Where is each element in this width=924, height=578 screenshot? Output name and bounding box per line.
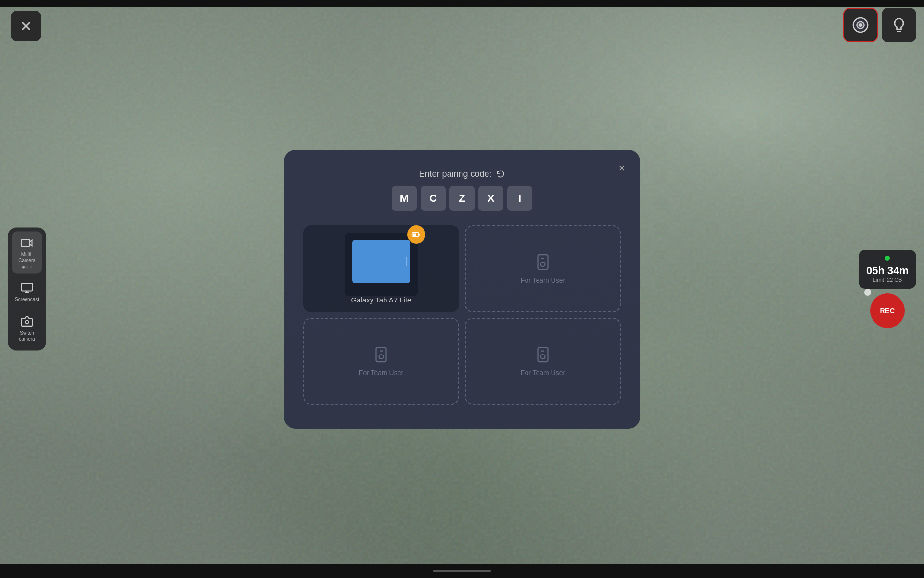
code-letter-4: X	[478, 186, 503, 211]
add-device-icon-1	[534, 253, 552, 271]
empty-slot-1[interactable]: For Team User	[465, 225, 621, 312]
modal-overlay: × Enter pairing code: M C Z X I	[0, 0, 924, 578]
svg-rect-10	[413, 234, 416, 236]
slot-label-3: For Team User	[521, 369, 565, 377]
svg-point-12	[541, 262, 545, 266]
slot-icon-2	[372, 346, 390, 365]
battery-badge	[407, 225, 425, 244]
pairing-section: Enter pairing code: M C Z X I	[303, 169, 621, 211]
pairing-label: Enter pairing code:	[303, 169, 621, 179]
modal-close-button[interactable]: ×	[613, 159, 630, 177]
device-frame	[345, 233, 418, 296]
device-grid: Galaxy Tab A7 Lite For Team User	[303, 225, 621, 405]
pairing-code: M C Z X I	[303, 186, 621, 211]
add-device-icon-3	[534, 346, 552, 363]
add-device-icon-2	[372, 346, 390, 363]
device-name-label: Galaxy Tab A7 Lite	[351, 296, 411, 304]
device-screen	[352, 240, 410, 283]
svg-point-16	[541, 355, 545, 359]
code-letter-2: C	[421, 186, 446, 211]
slot-icon-3	[534, 346, 552, 365]
pairing-modal: × Enter pairing code: M C Z X I	[284, 150, 640, 429]
slot-label-1: For Team User	[521, 276, 565, 284]
code-letter-3: Z	[449, 186, 475, 211]
empty-slot-2[interactable]: For Team User	[303, 318, 459, 405]
code-letter-5: I	[507, 186, 532, 211]
empty-slot-3[interactable]: For Team User	[465, 318, 621, 405]
device-port	[406, 257, 407, 266]
svg-point-14	[379, 355, 384, 359]
battery-icon	[411, 230, 421, 239]
slot-label-2: For Team User	[359, 369, 403, 377]
code-letter-1: M	[392, 186, 417, 211]
device-card-galaxy-tab[interactable]: Galaxy Tab A7 Lite	[303, 225, 459, 312]
slot-icon-1	[534, 253, 552, 273]
refresh-icon[interactable]	[496, 169, 505, 179]
